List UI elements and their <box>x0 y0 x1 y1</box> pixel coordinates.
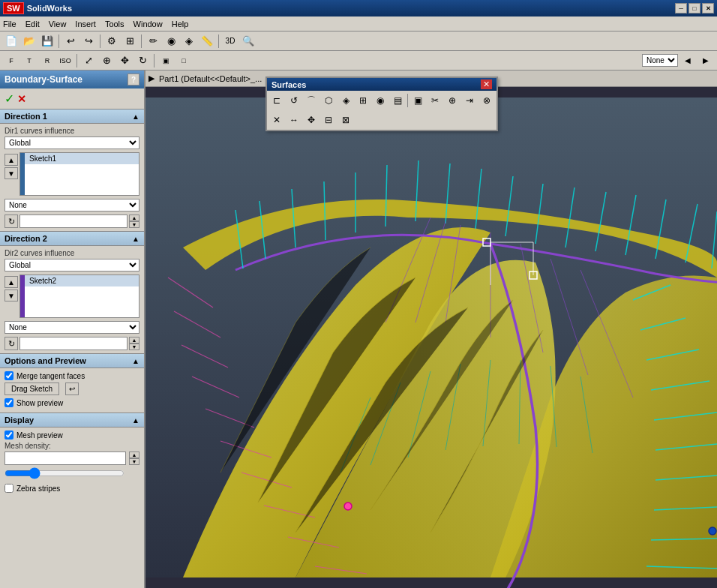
surf-tool-boundary[interactable]: ◈ <box>338 92 354 109</box>
front-view-btn[interactable]: F <box>3 52 20 69</box>
dir1-listbox[interactable]: Sketch1 <box>20 152 140 196</box>
new-btn[interactable]: 📄 <box>3 33 20 50</box>
density-up[interactable]: ▲ <box>129 452 140 458</box>
menu-file[interactable]: File <box>3 20 16 28</box>
surf-tool-sweep[interactable]: ⌒ <box>303 92 320 109</box>
dir2-angle-down[interactable]: ▼ <box>129 344 140 350</box>
menu-tools[interactable]: Tools <box>105 20 124 28</box>
density-slider[interactable] <box>4 467 124 479</box>
surfaces-close-btn[interactable]: ✕ <box>481 80 492 89</box>
dir2-down-arrow[interactable]: ▼ <box>4 290 18 302</box>
undo-btn[interactable]: ↩ <box>62 33 79 50</box>
dir1-angle-input[interactable]: 0.00deg <box>20 214 128 228</box>
dir2-angle-up[interactable]: ▲ <box>129 337 140 344</box>
drag-sketch-button[interactable]: Drag Sketch <box>4 382 59 395</box>
surf-tool-thicken[interactable]: ⊟ <box>320 112 337 128</box>
viewport[interactable]: ▶ Part1 (Default<<Default>_... Surfaces … <box>146 70 717 588</box>
surf-tool-replace[interactable]: ↔ <box>286 112 302 128</box>
dir1-angle-up[interactable]: ▲ <box>129 214 140 221</box>
dir1-condition-select[interactable]: None Tangent Normal Curvature <box>4 199 140 212</box>
shaded-btn[interactable]: ▣ <box>158 52 174 69</box>
display-btn1[interactable]: ◀ <box>680 52 696 69</box>
mesh-preview-checkbox[interactable] <box>4 430 14 440</box>
ok-button[interactable]: ✓ <box>4 92 14 106</box>
density-down[interactable]: ▼ <box>129 458 140 465</box>
surf-tool-loft[interactable]: ⬡ <box>320 92 337 109</box>
show-preview-checkbox[interactable] <box>4 398 14 407</box>
surf-tool-extrude[interactable]: ⊏ <box>268 92 285 109</box>
display-btn2[interactable]: ▶ <box>698 52 714 69</box>
density-label: Mesh density: <box>4 442 140 450</box>
iso-view-btn[interactable]: ISO <box>57 52 74 69</box>
surface-btn[interactable]: ◈ <box>181 33 197 50</box>
menu-help[interactable]: Help <box>172 20 189 28</box>
viewport-canvas[interactable] <box>146 87 717 588</box>
dir1-up-arrow[interactable]: ▲ <box>4 154 18 166</box>
dir1-down-arrow[interactable]: ▼ <box>4 167 18 179</box>
surf-tool-knit[interactable]: ⊗ <box>478 92 495 109</box>
surf-tool-extend[interactable]: ⇥ <box>461 92 478 109</box>
dir2-sketch-item[interactable]: Sketch2 <box>20 275 139 286</box>
direction2-header[interactable]: Direction 2 ▲ <box>0 231 144 246</box>
dir1-angle-down[interactable]: ▼ <box>129 221 140 228</box>
display-header[interactable]: Display ▲ <box>0 412 144 428</box>
save-btn[interactable]: 💾 <box>39 33 56 50</box>
surf-tool-thick-cut[interactable]: ⊠ <box>338 112 354 128</box>
dir2-listbox[interactable]: Sketch2 <box>20 274 140 318</box>
surf-tool-move[interactable]: ✥ <box>303 112 320 128</box>
title-bar: SW SolidWorks ─ □ ✕ <box>0 0 717 16</box>
dir1-sketch-item[interactable]: Sketch1 <box>20 153 139 164</box>
dir1-rotate-btn[interactable]: ↻ <box>4 214 18 228</box>
pan-btn[interactable]: ✥ <box>116 52 133 69</box>
dir2-condition-select[interactable]: None Tangent Normal Curvature <box>4 321 140 334</box>
density-input[interactable]: 3 <box>4 452 126 465</box>
dir2-arrows: ▲ ▼ <box>4 274 18 302</box>
right-view-btn[interactable]: R <box>39 52 56 69</box>
display-select[interactable]: None <box>642 54 678 67</box>
dir2-angle-input[interactable]: 0.00deg <box>20 337 128 350</box>
rebuild-btn[interactable]: ⚙ <box>104 33 120 50</box>
zoom-all-btn[interactable]: ⤢ <box>80 52 97 69</box>
open-btn[interactable]: 📂 <box>21 33 38 50</box>
surf-tool-fill[interactable]: ▣ <box>410 92 426 109</box>
cancel-button[interactable]: ✕ <box>17 93 26 105</box>
options-header[interactable]: Options and Preview ▲ <box>0 353 144 368</box>
dir1-influence-select[interactable]: Global Local None <box>4 136 140 149</box>
ok-cancel-row: ✓ ✕ <box>0 88 144 109</box>
help-button[interactable]: ? <box>128 74 140 86</box>
measure-btn[interactable]: 📏 <box>199 33 215 50</box>
surf-tool-offset[interactable]: ⊞ <box>355 92 371 109</box>
menu-view[interactable]: View <box>49 20 67 28</box>
sketch-btn[interactable]: ✏ <box>145 33 161 50</box>
undo-button[interactable]: ↩ <box>65 382 79 395</box>
maximize-button[interactable]: □ <box>688 3 700 14</box>
menu-insert[interactable]: Insert <box>75 20 96 28</box>
wireframe-btn[interactable]: □ <box>176 52 192 69</box>
dir1-arrows: ▲ ▼ <box>4 152 18 179</box>
menu-edit[interactable]: Edit <box>26 20 40 28</box>
redo-btn[interactable]: ↪ <box>80 33 97 50</box>
surf-tool-trim[interactable]: ✂ <box>427 92 443 109</box>
merge-tangent-checkbox[interactable] <box>4 371 14 380</box>
surf-tool-ruled[interactable]: ▤ <box>389 92 406 109</box>
view3d-btn[interactable]: 3D <box>222 33 238 50</box>
direction1-header[interactable]: Direction 1 ▲ <box>0 109 144 124</box>
surf-tool-untrim[interactable]: ⊕ <box>444 92 460 109</box>
menu-window[interactable]: Window <box>134 20 163 28</box>
dir2-up-arrow[interactable]: ▲ <box>4 276 18 288</box>
feature-btn[interactable]: ◉ <box>163 33 179 50</box>
zebra-stripes-checkbox[interactable] <box>4 484 14 493</box>
options-btn[interactable]: ⊞ <box>122 33 138 50</box>
zoom-sel-btn[interactable]: ⊕ <box>98 52 115 69</box>
dir2-rotate-btn[interactable]: ↻ <box>4 337 18 350</box>
surf-tool-delete[interactable]: ✕ <box>268 112 285 128</box>
dir2-influence-select[interactable]: Global Local None <box>4 259 140 272</box>
surf-tool-revolve[interactable]: ↺ <box>286 92 302 109</box>
minimize-button[interactable]: ─ <box>675 3 687 14</box>
viewport-expand-icon[interactable]: ▶ <box>148 74 154 83</box>
surf-tool-radiate[interactable]: ◉ <box>372 92 388 109</box>
rotate-btn[interactable]: ↻ <box>134 52 151 69</box>
zoom-btn[interactable]: 🔍 <box>240 33 256 50</box>
close-button[interactable]: ✕ <box>702 3 714 14</box>
top-view-btn[interactable]: T <box>21 52 38 69</box>
